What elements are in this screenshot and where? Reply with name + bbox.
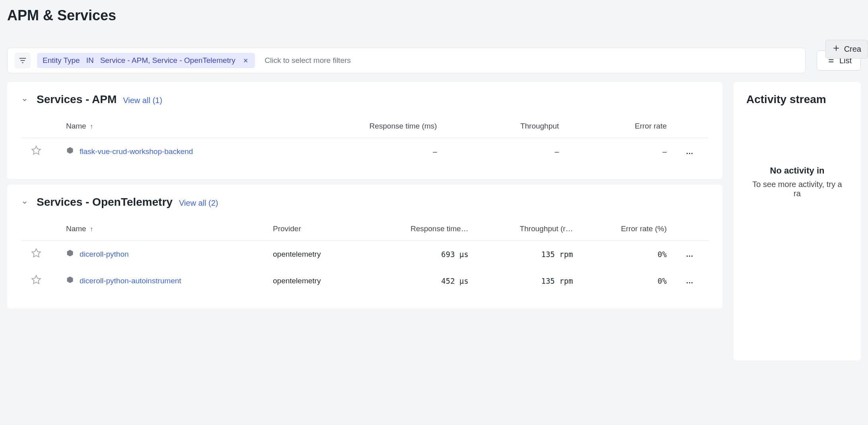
section-title-apm: Services - APM [37, 93, 117, 106]
col-response-time[interactable]: Response time (ms) [263, 115, 446, 138]
table-otel: Name ↑ Provider Response time… Throughpu… [21, 217, 708, 294]
hexagon-icon [66, 146, 74, 156]
filter-chip-key: Entity Type [43, 56, 80, 65]
cell-rt: 452 μs [367, 267, 478, 294]
plus-icon [832, 44, 840, 54]
col-response-time[interactable]: Response time… [367, 217, 478, 241]
cell-rt: 693 μs [367, 241, 478, 268]
cell-er: 0% [583, 241, 676, 268]
more-icon[interactable]: … [686, 147, 694, 156]
col-name[interactable]: Name ↑ [56, 217, 263, 241]
cell-tp: – [446, 138, 568, 165]
service-link[interactable]: diceroll-python [80, 250, 129, 259]
more-icon[interactable]: … [686, 250, 694, 258]
col-error-rate[interactable]: Error rate [568, 115, 676, 138]
svg-marker-15 [32, 275, 41, 284]
svg-marker-13 [32, 249, 41, 257]
section-otel: Services - OpenTelemetry View all (2) Na… [7, 185, 722, 308]
view-all-apm[interactable]: View all (1) [123, 96, 162, 105]
star-icon[interactable] [31, 278, 41, 287]
section-apm: Services - APM View all (1) Name ↑ [7, 82, 722, 179]
col-throughput[interactable]: Throughput (r… [478, 217, 583, 241]
filter-chip-op: IN [86, 56, 94, 65]
cell-provider: opentelemetry [263, 267, 367, 294]
cell-tp: 135 rpm [478, 267, 583, 294]
filter-chip-value: Service - APM, Service - OpenTelemetry [100, 56, 235, 65]
star-icon[interactable] [31, 149, 41, 157]
cell-er: – [568, 138, 676, 165]
create-button-label: Crea [844, 45, 861, 54]
col-name[interactable]: Name ↑ [56, 115, 263, 138]
section-title-otel: Services - OpenTelemetry [37, 196, 173, 209]
col-throughput[interactable]: Throughput [446, 115, 568, 138]
create-button[interactable]: Crea [825, 40, 868, 58]
sort-asc-icon: ↑ [90, 123, 93, 130]
cell-er: 0% [583, 267, 676, 294]
more-icon[interactable]: … [686, 277, 694, 285]
table-row: flask-vue-crud-workshop-backend – – – … [21, 138, 708, 165]
page-title: APM & Services [7, 7, 861, 24]
svg-marker-11 [32, 146, 41, 154]
hexagon-icon [66, 249, 74, 259]
chevron-down-icon[interactable] [21, 97, 30, 103]
table-apm: Name ↑ Response time (ms) Throughput Err… [21, 115, 708, 165]
close-icon[interactable]: × [242, 57, 250, 64]
svg-marker-12 [67, 147, 73, 154]
table-row: diceroll-python-autoinstrument opentelem… [21, 267, 708, 294]
col-error-rate[interactable]: Error rate (%) [583, 217, 676, 241]
sort-asc-icon: ↑ [90, 226, 93, 232]
svg-marker-14 [67, 250, 73, 257]
activity-stream-panel: Activity stream No activity in To see mo… [734, 82, 861, 361]
filter-bar[interactable]: Entity Type IN Service - APM, Service - … [7, 48, 806, 73]
filter-placeholder[interactable]: Click to select more filters [265, 56, 350, 65]
col-provider[interactable]: Provider [263, 217, 367, 241]
view-all-otel[interactable]: View all (2) [179, 199, 218, 208]
cell-tp: 135 rpm [478, 241, 583, 268]
filter-icon[interactable] [15, 53, 31, 68]
service-link[interactable]: flask-vue-crud-workshop-backend [80, 147, 193, 156]
star-icon[interactable] [31, 251, 41, 260]
service-link[interactable]: diceroll-python-autoinstrument [80, 277, 181, 285]
chevron-down-icon[interactable] [21, 199, 30, 206]
table-row: diceroll-python opentelemetry 693 μs 135… [21, 241, 708, 268]
activity-stream-title: Activity stream [746, 93, 848, 106]
cell-provider: opentelemetry [263, 241, 367, 268]
no-activity-heading: No activity in [746, 166, 848, 176]
cell-rt: – [263, 138, 446, 165]
hexagon-icon [66, 276, 74, 286]
no-activity-hint: To see more activity, try a ra [746, 180, 848, 198]
svg-marker-16 [67, 277, 73, 283]
filter-chip-entity-type[interactable]: Entity Type IN Service - APM, Service - … [37, 53, 255, 68]
